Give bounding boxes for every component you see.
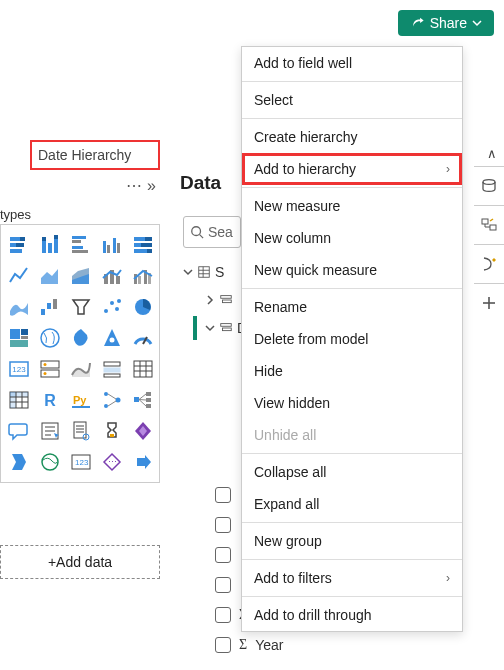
viz-funnel[interactable] [67, 293, 95, 321]
viz-kpi[interactable] [67, 355, 95, 383]
svg-rect-53 [104, 368, 120, 372]
checkbox[interactable] [215, 577, 231, 593]
search-placeholder: Sea [208, 224, 233, 240]
viz-py-visual[interactable]: Py [67, 386, 95, 414]
viz-scatter[interactable] [98, 293, 126, 321]
add-view-button[interactable] [474, 284, 504, 322]
viz-arcgis[interactable] [36, 448, 64, 476]
viz-clustered-column[interactable] [98, 231, 126, 259]
viz-key-influencers[interactable] [98, 386, 126, 414]
chevron-right-icon [205, 295, 215, 305]
field-year[interactable]: Σ Year [215, 630, 349, 660]
search-input[interactable]: Sea [183, 216, 241, 248]
ctx-collapse-all[interactable]: Collapse all [242, 456, 462, 488]
viz-stacked-area[interactable] [67, 262, 95, 290]
svg-rect-32 [47, 303, 51, 309]
svg-point-50 [44, 363, 47, 366]
share-button[interactable]: Share [398, 10, 494, 36]
svg-text:R: R [44, 392, 56, 409]
add-data-button[interactable]: +Add data [0, 545, 160, 579]
ctx-expand-all[interactable]: Expand all [242, 488, 462, 520]
viz-paginated-report[interactable] [67, 417, 95, 445]
ctx-delete-from-model[interactable]: Delete from model [242, 323, 462, 355]
viz-decomposition-tree[interactable] [129, 386, 157, 414]
checkbox[interactable] [215, 517, 231, 533]
viz-ribbon[interactable] [5, 293, 33, 321]
checkbox[interactable] [215, 487, 231, 503]
chevron-down-icon [472, 18, 482, 28]
ctx-unhide-all: Unhide all [242, 419, 462, 451]
viz-card[interactable]: 123 [5, 355, 33, 383]
ctx-add-to-hierarchy[interactable]: Add to hierarchy› [242, 153, 462, 185]
ctx-hide[interactable]: Hide [242, 355, 462, 387]
viz-matrix[interactable] [5, 386, 33, 414]
viz-power-automate[interactable] [5, 448, 33, 476]
svg-rect-69 [72, 406, 90, 408]
svg-rect-91 [110, 434, 114, 437]
ctx-new-column[interactable]: New column [242, 222, 462, 254]
dax-view-button[interactable] [474, 245, 504, 283]
viz-power-apps[interactable] [129, 417, 157, 445]
viz-line-stacked-column[interactable] [98, 262, 126, 290]
viz-treemap[interactable] [5, 324, 33, 352]
ctx-view-hidden[interactable]: View hidden [242, 387, 462, 419]
ctx-add-to-field-well[interactable]: Add to field well [242, 47, 462, 79]
ctx-rename[interactable]: Rename [242, 291, 462, 323]
svg-rect-12 [72, 246, 83, 249]
ctx-create-hierarchy[interactable]: Create hierarchy [242, 121, 462, 153]
viz-smart-narrative[interactable] [36, 417, 64, 445]
viz-area[interactable] [36, 262, 64, 290]
checkbox[interactable] [215, 637, 231, 653]
viz-stacked-column[interactable] [36, 231, 64, 259]
search-icon [190, 225, 204, 239]
viz-waterfall[interactable] [36, 293, 64, 321]
svg-rect-1 [20, 237, 25, 241]
svg-rect-76 [146, 392, 151, 396]
svg-point-70 [104, 392, 108, 396]
ctx-new-quick-measure[interactable]: New quick measure [242, 254, 462, 286]
viz-filled-map[interactable] [67, 324, 95, 352]
svg-rect-21 [141, 243, 152, 247]
svg-rect-77 [146, 398, 151, 402]
viz-more-options[interactable] [129, 448, 157, 476]
svg-point-72 [116, 398, 121, 403]
viz-map[interactable] [36, 324, 64, 352]
svg-rect-41 [21, 336, 28, 339]
ctx-new-measure[interactable]: New measure [242, 190, 462, 222]
pane-overflow[interactable]: ⋯ » [126, 176, 157, 195]
data-view-button[interactable] [474, 167, 504, 205]
viz-multi-row-card[interactable] [36, 355, 64, 383]
ctx-add-to-filters[interactable]: Add to filters› [242, 562, 462, 594]
svg-rect-23 [147, 249, 152, 253]
tree-table-row[interactable]: S [183, 258, 247, 286]
field-label: Year [255, 637, 283, 653]
viz-card-new[interactable]: 123 [67, 448, 95, 476]
checkbox[interactable] [215, 607, 231, 623]
viz-table[interactable] [129, 355, 157, 383]
model-view-button[interactable] [474, 206, 504, 244]
viz-stacked-bar[interactable] [5, 231, 33, 259]
viz-get-more[interactable]: ⋯ [98, 448, 126, 476]
viz-clustered-bar[interactable] [67, 231, 95, 259]
svg-rect-14 [103, 241, 106, 253]
ctx-add-to-drill-through[interactable]: Add to drill through [242, 599, 462, 631]
ctx-new-group[interactable]: New group [242, 525, 462, 557]
viz-line-clustered-column[interactable] [129, 262, 157, 290]
viz-gauge[interactable] [129, 324, 157, 352]
viz-slicer[interactable] [98, 355, 126, 383]
viz-qa[interactable] [5, 417, 33, 445]
viz-100-stacked-bar[interactable] [129, 231, 157, 259]
svg-rect-5 [42, 241, 46, 253]
checkbox[interactable] [215, 547, 231, 563]
ctx-select[interactable]: Select [242, 84, 462, 116]
chevron-right-icon: › [446, 571, 450, 585]
viz-pie[interactable] [129, 293, 157, 321]
date-hierarchy-label: Date Hierarchy [30, 140, 160, 170]
viz-r-visual[interactable]: R [36, 386, 64, 414]
viz-goals[interactable] [98, 417, 126, 445]
viz-azure-map[interactable] [98, 324, 126, 352]
svg-rect-107 [482, 219, 488, 224]
svg-rect-102 [221, 296, 232, 299]
hierarchy-icon [219, 321, 233, 335]
viz-line[interactable] [5, 262, 33, 290]
